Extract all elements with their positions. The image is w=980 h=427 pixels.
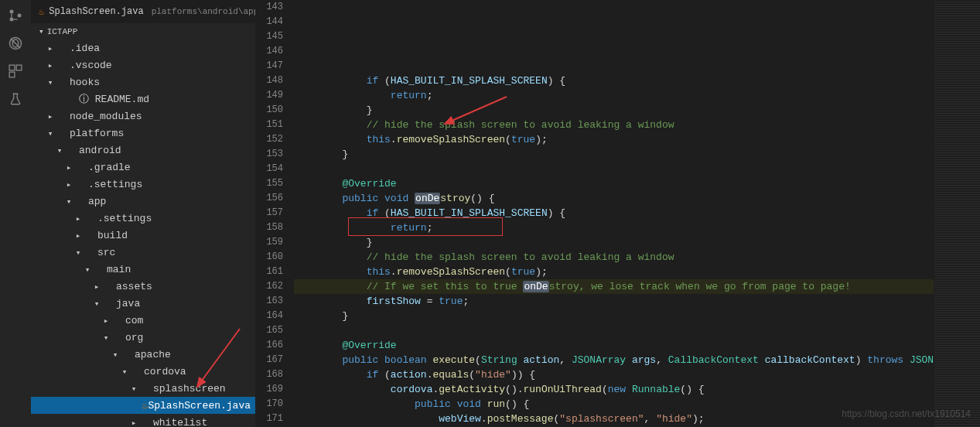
- project-header[interactable]: ▾ ICTAPP: [31, 23, 255, 39]
- line-number: 165: [255, 323, 283, 338]
- no-bug-icon[interactable]: [6, 34, 25, 53]
- code-line[interactable]: [294, 162, 934, 176]
- code-line[interactable]: this.removeSplashScreen(true);: [294, 132, 934, 147]
- file-tree-item[interactable]: ⓘ README.md: [31, 91, 255, 108]
- svg-point-2: [18, 14, 22, 18]
- chevron-icon: ▾: [54, 145, 65, 155]
- code-line[interactable]: }: [294, 103, 934, 118]
- code-line[interactable]: }: [294, 235, 934, 250]
- tree-item-label: src: [97, 247, 115, 258]
- file-tree-item[interactable]: ▸.vscode: [31, 56, 255, 73]
- svg-point-1: [10, 18, 14, 22]
- extensions-icon[interactable]: [6, 62, 25, 80]
- file-tree-item[interactable]: ▸assets: [31, 278, 255, 295]
- code-line[interactable]: // If we set this to true onDestroy, we …: [294, 279, 934, 294]
- code-line[interactable]: return;: [294, 220, 934, 235]
- file-tree-item[interactable]: ▾hooks: [31, 73, 255, 91]
- file-tree-item[interactable]: ▸build: [31, 227, 255, 244]
- chevron-icon: ▸: [45, 111, 56, 121]
- file-tree-item[interactable]: ▸node_modules: [31, 108, 255, 125]
- file-tree-item[interactable]: ▾src: [31, 244, 255, 261]
- code-line[interactable]: // hide the splash screen to avoid leaki…: [294, 118, 934, 132]
- code-line[interactable]: return;: [294, 88, 934, 103]
- tree-item-label: whitelist: [153, 417, 207, 428]
- file-tree-item[interactable]: ▸whitelist: [31, 414, 255, 427]
- beaker-icon[interactable]: [6, 90, 25, 108]
- code-line[interactable]: this.removeSplashScreen(true);: [294, 265, 934, 279]
- code-line[interactable]: }: [294, 309, 934, 323]
- file-tree-item[interactable]: ▸.idea: [31, 39, 255, 56]
- chevron-icon: ▾: [45, 77, 56, 87]
- file-tree-item[interactable]: ▾main: [31, 261, 255, 278]
- chevron-icon: ▾: [45, 128, 56, 138]
- code-line[interactable]: }: [294, 147, 934, 162]
- file-tree-item[interactable]: ▾cordova: [31, 363, 255, 380]
- line-number: 147: [255, 59, 283, 73]
- svg-rect-7: [16, 65, 22, 70]
- line-number: 162: [255, 279, 283, 294]
- tree-item-label: org: [125, 332, 143, 343]
- file-tree-item[interactable]: ▾platforms: [31, 125, 255, 142]
- minimap[interactable]: [934, 0, 980, 427]
- code-line[interactable]: webView.postMessage("splashscreen", "hid…: [294, 412, 934, 426]
- file-tree-item[interactable]: ▾app: [31, 193, 255, 210]
- chevron-icon: ▾: [110, 350, 121, 360]
- line-number: 160: [255, 250, 283, 265]
- file-tree-item[interactable]: ▸.settings: [31, 210, 255, 227]
- search-highlight: onDe: [523, 281, 548, 292]
- code-line[interactable]: [294, 323, 934, 338]
- line-number: 166: [255, 338, 283, 353]
- line-number: 156: [255, 191, 283, 206]
- code-line[interactable]: @Override: [294, 176, 934, 191]
- tree-item-label: android: [79, 145, 121, 156]
- line-number: 148: [255, 73, 283, 88]
- file-tree-item[interactable]: ▸.gradle: [31, 159, 255, 176]
- file-tree-item[interactable]: ▾org: [31, 329, 255, 346]
- file-tree-item[interactable]: ▾java: [31, 295, 255, 312]
- file-tree-item[interactable]: ▾apache: [31, 346, 255, 363]
- search-highlight: onDe: [415, 193, 440, 204]
- tree-item-label: ⓘ README.md: [79, 92, 149, 106]
- java-icon: ♨: [39, 6, 44, 18]
- file-tree-item[interactable]: ▸com: [31, 312, 255, 329]
- tree-item-label: apache: [135, 349, 171, 360]
- code-line[interactable]: cordova.getActivity().runOnUiThread(new …: [294, 382, 934, 397]
- code-line[interactable]: if (action.equals("hide")) {: [294, 367, 934, 382]
- line-number: 158: [255, 220, 283, 235]
- chevron-icon: ▾: [91, 299, 102, 309]
- file-tree-item[interactable]: ▾android: [31, 142, 255, 159]
- code-line[interactable]: public void onDestroy() {: [294, 191, 934, 206]
- tree-item-label: .idea: [70, 43, 100, 54]
- java-icon: ♨: [142, 399, 149, 412]
- tree-item-label: node_modules: [70, 111, 142, 122]
- code-line[interactable]: public void run() {: [294, 397, 934, 412]
- code-line[interactable]: @Override: [294, 338, 934, 353]
- tree-item-label: hooks: [70, 77, 100, 88]
- code-line[interactable]: if (HAS_BUILT_IN_SPLASH_SCREEN) {: [294, 73, 934, 88]
- chevron-icon: ▸: [45, 60, 56, 70]
- line-number: 164: [255, 309, 283, 323]
- file-tree-item[interactable]: ▸.settings: [31, 176, 255, 193]
- line-number: 152: [255, 132, 283, 147]
- tree-item-label: .settings: [88, 179, 142, 190]
- activity-bar: [0, 0, 31, 427]
- code-line[interactable]: // hide the splash screen to avoid leaki…: [294, 250, 934, 265]
- code-line[interactable]: if (HAS_BUILT_IN_SPLASH_SCREEN) {: [294, 206, 934, 220]
- project-name: ICTAPP: [47, 27, 78, 36]
- file-tree-item[interactable]: ▾splashscreen: [31, 380, 255, 397]
- code-line[interactable]: public boolean execute(String action, JS…: [294, 353, 934, 367]
- chevron-icon: ▸: [101, 316, 111, 326]
- code-line[interactable]: firstShow = true;: [294, 294, 934, 309]
- file-tree-item-selected[interactable]: ♨SplashScreen.java: [31, 397, 255, 414]
- line-number: 169: [255, 382, 283, 397]
- code-content[interactable]: if (HAS_BUILT_IN_SPLASH_SCREEN) { return…: [294, 0, 934, 427]
- tree-item-label: platforms: [70, 128, 124, 139]
- line-number: 168: [255, 367, 283, 382]
- line-number: 150: [255, 103, 283, 118]
- tree-item-label: .vscode: [70, 60, 112, 71]
- line-number: 149: [255, 88, 283, 103]
- explorer-sidebar: ♨ SplashScreen.java platforms\android\ap…: [31, 0, 255, 427]
- source-control-icon[interactable]: [6, 6, 25, 25]
- open-editor-tab[interactable]: ♨ SplashScreen.java platforms\android\ap…: [31, 0, 255, 23]
- line-number: 167: [255, 353, 283, 367]
